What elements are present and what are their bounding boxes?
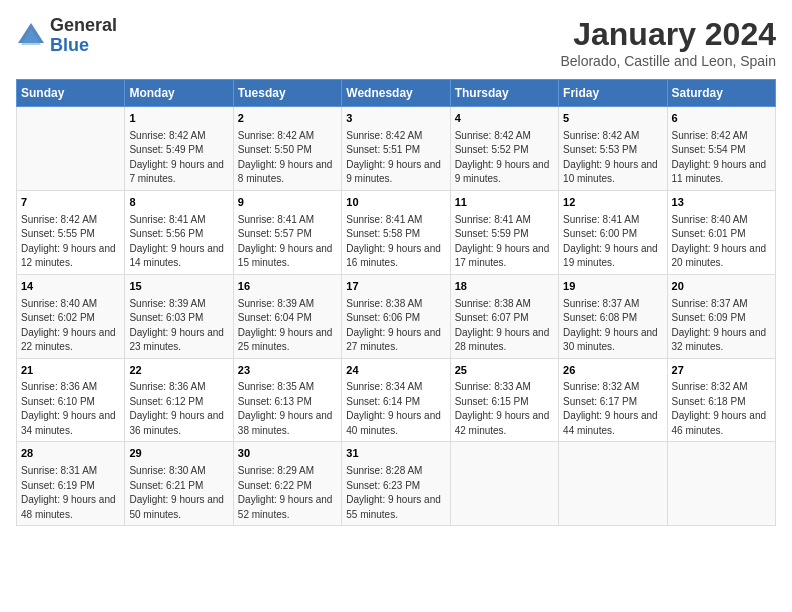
day-cell xyxy=(17,107,125,191)
day-cell: 27Sunrise: 8:32 AMSunset: 6:18 PMDayligh… xyxy=(667,358,775,442)
day-number: 11 xyxy=(455,195,554,210)
day-info: Sunrise: 8:31 AMSunset: 6:19 PMDaylight:… xyxy=(21,465,116,520)
day-info: Sunrise: 8:29 AMSunset: 6:22 PMDaylight:… xyxy=(238,465,333,520)
day-cell: 28Sunrise: 8:31 AMSunset: 6:19 PMDayligh… xyxy=(17,442,125,526)
day-cell xyxy=(667,442,775,526)
day-number: 26 xyxy=(563,363,662,378)
day-info: Sunrise: 8:40 AMSunset: 6:01 PMDaylight:… xyxy=(672,214,767,269)
day-number: 17 xyxy=(346,279,445,294)
day-cell: 10Sunrise: 8:41 AMSunset: 5:58 PMDayligh… xyxy=(342,190,450,274)
day-info: Sunrise: 8:32 AMSunset: 6:18 PMDaylight:… xyxy=(672,381,767,436)
day-info: Sunrise: 8:42 AMSunset: 5:51 PMDaylight:… xyxy=(346,130,441,185)
day-cell: 24Sunrise: 8:34 AMSunset: 6:14 PMDayligh… xyxy=(342,358,450,442)
col-header-sunday: Sunday xyxy=(17,80,125,107)
day-cell: 23Sunrise: 8:35 AMSunset: 6:13 PMDayligh… xyxy=(233,358,341,442)
day-cell: 16Sunrise: 8:39 AMSunset: 6:04 PMDayligh… xyxy=(233,274,341,358)
week-row-5: 28Sunrise: 8:31 AMSunset: 6:19 PMDayligh… xyxy=(17,442,776,526)
day-info: Sunrise: 8:41 AMSunset: 5:59 PMDaylight:… xyxy=(455,214,550,269)
day-number: 9 xyxy=(238,195,337,210)
day-cell: 12Sunrise: 8:41 AMSunset: 6:00 PMDayligh… xyxy=(559,190,667,274)
day-info: Sunrise: 8:42 AMSunset: 5:50 PMDaylight:… xyxy=(238,130,333,185)
day-number: 20 xyxy=(672,279,771,294)
day-number: 19 xyxy=(563,279,662,294)
page: General Blue January 2024 Belorado, Cast… xyxy=(0,0,792,612)
day-number: 2 xyxy=(238,111,337,126)
day-number: 18 xyxy=(455,279,554,294)
day-cell: 4Sunrise: 8:42 AMSunset: 5:52 PMDaylight… xyxy=(450,107,558,191)
day-number: 25 xyxy=(455,363,554,378)
day-number: 12 xyxy=(563,195,662,210)
week-row-3: 14Sunrise: 8:40 AMSunset: 6:02 PMDayligh… xyxy=(17,274,776,358)
day-number: 21 xyxy=(21,363,120,378)
day-info: Sunrise: 8:36 AMSunset: 6:10 PMDaylight:… xyxy=(21,381,116,436)
day-number: 23 xyxy=(238,363,337,378)
logo-blue: Blue xyxy=(50,36,117,56)
day-cell: 8Sunrise: 8:41 AMSunset: 5:56 PMDaylight… xyxy=(125,190,233,274)
day-info: Sunrise: 8:41 AMSunset: 5:58 PMDaylight:… xyxy=(346,214,441,269)
day-number: 1 xyxy=(129,111,228,126)
day-number: 15 xyxy=(129,279,228,294)
day-info: Sunrise: 8:37 AMSunset: 6:08 PMDaylight:… xyxy=(563,298,658,353)
col-header-thursday: Thursday xyxy=(450,80,558,107)
day-number: 14 xyxy=(21,279,120,294)
day-cell xyxy=(559,442,667,526)
day-info: Sunrise: 8:39 AMSunset: 6:03 PMDaylight:… xyxy=(129,298,224,353)
day-cell: 30Sunrise: 8:29 AMSunset: 6:22 PMDayligh… xyxy=(233,442,341,526)
week-row-4: 21Sunrise: 8:36 AMSunset: 6:10 PMDayligh… xyxy=(17,358,776,442)
day-info: Sunrise: 8:34 AMSunset: 6:14 PMDaylight:… xyxy=(346,381,441,436)
day-cell: 22Sunrise: 8:36 AMSunset: 6:12 PMDayligh… xyxy=(125,358,233,442)
day-number: 3 xyxy=(346,111,445,126)
day-number: 7 xyxy=(21,195,120,210)
day-info: Sunrise: 8:42 AMSunset: 5:53 PMDaylight:… xyxy=(563,130,658,185)
day-cell xyxy=(450,442,558,526)
day-info: Sunrise: 8:35 AMSunset: 6:13 PMDaylight:… xyxy=(238,381,333,436)
week-row-1: 1Sunrise: 8:42 AMSunset: 5:49 PMDaylight… xyxy=(17,107,776,191)
col-header-tuesday: Tuesday xyxy=(233,80,341,107)
col-header-friday: Friday xyxy=(559,80,667,107)
day-number: 29 xyxy=(129,446,228,461)
day-info: Sunrise: 8:42 AMSunset: 5:54 PMDaylight:… xyxy=(672,130,767,185)
day-info: Sunrise: 8:30 AMSunset: 6:21 PMDaylight:… xyxy=(129,465,224,520)
day-info: Sunrise: 8:42 AMSunset: 5:52 PMDaylight:… xyxy=(455,130,550,185)
day-cell: 5Sunrise: 8:42 AMSunset: 5:53 PMDaylight… xyxy=(559,107,667,191)
logo: General Blue xyxy=(16,16,117,56)
calendar-table: SundayMondayTuesdayWednesdayThursdayFrid… xyxy=(16,79,776,526)
day-info: Sunrise: 8:42 AMSunset: 5:49 PMDaylight:… xyxy=(129,130,224,185)
col-header-wednesday: Wednesday xyxy=(342,80,450,107)
day-cell: 15Sunrise: 8:39 AMSunset: 6:03 PMDayligh… xyxy=(125,274,233,358)
day-number: 4 xyxy=(455,111,554,126)
day-cell: 18Sunrise: 8:38 AMSunset: 6:07 PMDayligh… xyxy=(450,274,558,358)
day-cell: 21Sunrise: 8:36 AMSunset: 6:10 PMDayligh… xyxy=(17,358,125,442)
day-info: Sunrise: 8:32 AMSunset: 6:17 PMDaylight:… xyxy=(563,381,658,436)
col-header-saturday: Saturday xyxy=(667,80,775,107)
day-cell: 9Sunrise: 8:41 AMSunset: 5:57 PMDaylight… xyxy=(233,190,341,274)
day-info: Sunrise: 8:37 AMSunset: 6:09 PMDaylight:… xyxy=(672,298,767,353)
day-number: 30 xyxy=(238,446,337,461)
day-number: 13 xyxy=(672,195,771,210)
main-title: January 2024 xyxy=(560,16,776,53)
day-cell: 26Sunrise: 8:32 AMSunset: 6:17 PMDayligh… xyxy=(559,358,667,442)
logo-text: General Blue xyxy=(50,16,117,56)
title-block: January 2024 Belorado, Castille and Leon… xyxy=(560,16,776,69)
day-info: Sunrise: 8:40 AMSunset: 6:02 PMDaylight:… xyxy=(21,298,116,353)
day-info: Sunrise: 8:38 AMSunset: 6:06 PMDaylight:… xyxy=(346,298,441,353)
day-info: Sunrise: 8:38 AMSunset: 6:07 PMDaylight:… xyxy=(455,298,550,353)
day-number: 28 xyxy=(21,446,120,461)
day-cell: 2Sunrise: 8:42 AMSunset: 5:50 PMDaylight… xyxy=(233,107,341,191)
logo-icon xyxy=(16,21,46,51)
day-number: 16 xyxy=(238,279,337,294)
day-cell: 29Sunrise: 8:30 AMSunset: 6:21 PMDayligh… xyxy=(125,442,233,526)
day-info: Sunrise: 8:41 AMSunset: 5:57 PMDaylight:… xyxy=(238,214,333,269)
day-cell: 17Sunrise: 8:38 AMSunset: 6:06 PMDayligh… xyxy=(342,274,450,358)
header-row: SundayMondayTuesdayWednesdayThursdayFrid… xyxy=(17,80,776,107)
day-number: 5 xyxy=(563,111,662,126)
day-number: 8 xyxy=(129,195,228,210)
day-cell: 1Sunrise: 8:42 AMSunset: 5:49 PMDaylight… xyxy=(125,107,233,191)
day-info: Sunrise: 8:39 AMSunset: 6:04 PMDaylight:… xyxy=(238,298,333,353)
day-info: Sunrise: 8:41 AMSunset: 6:00 PMDaylight:… xyxy=(563,214,658,269)
day-cell: 19Sunrise: 8:37 AMSunset: 6:08 PMDayligh… xyxy=(559,274,667,358)
day-cell: 3Sunrise: 8:42 AMSunset: 5:51 PMDaylight… xyxy=(342,107,450,191)
day-number: 27 xyxy=(672,363,771,378)
day-cell: 20Sunrise: 8:37 AMSunset: 6:09 PMDayligh… xyxy=(667,274,775,358)
subtitle: Belorado, Castille and Leon, Spain xyxy=(560,53,776,69)
